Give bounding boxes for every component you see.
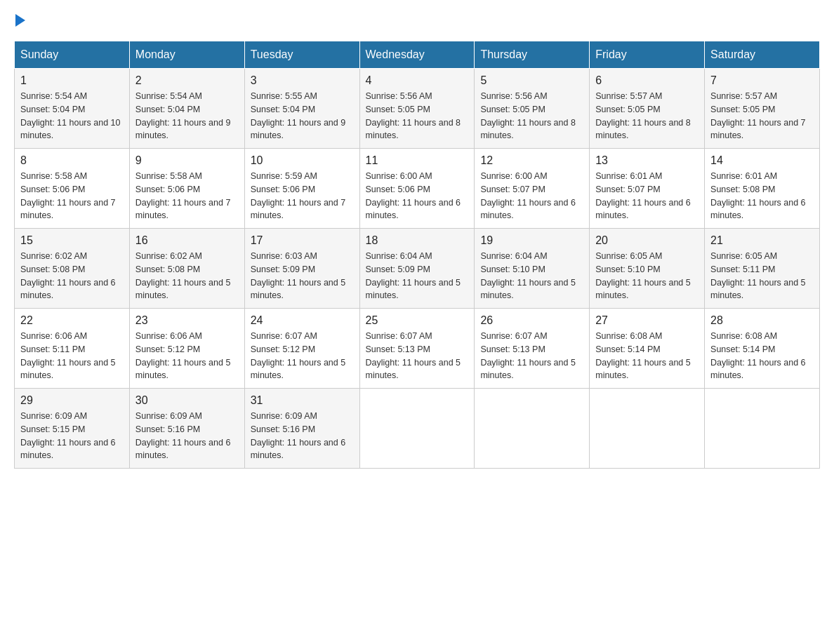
- day-number: 22: [20, 314, 124, 327]
- calendar-day-cell: 3Sunrise: 5:55 AMSunset: 5:04 PMDaylight…: [244, 69, 359, 149]
- day-info: Sunrise: 5:59 AMSunset: 5:06 PMDaylight:…: [251, 170, 354, 222]
- logo: [14, 14, 25, 27]
- calendar-day-cell: [475, 389, 590, 469]
- calendar-day-cell: 20Sunrise: 6:05 AMSunset: 5:10 PMDayligh…: [590, 229, 705, 309]
- calendar-day-cell: 23Sunrise: 6:06 AMSunset: 5:12 PMDayligh…: [129, 309, 244, 389]
- calendar-day-cell: 19Sunrise: 6:04 AMSunset: 5:10 PMDayligh…: [475, 229, 590, 309]
- calendar-day-cell: 25Sunrise: 6:07 AMSunset: 5:13 PMDayligh…: [359, 309, 475, 389]
- calendar-day-cell: [590, 389, 705, 469]
- calendar-day-cell: 14Sunrise: 6:01 AMSunset: 5:08 PMDayligh…: [705, 149, 820, 229]
- day-info: Sunrise: 6:06 AMSunset: 5:12 PMDaylight:…: [135, 330, 239, 382]
- calendar-day-cell: 30Sunrise: 6:09 AMSunset: 5:16 PMDayligh…: [129, 389, 244, 469]
- day-info: Sunrise: 6:07 AMSunset: 5:13 PMDaylight:…: [480, 330, 583, 382]
- calendar-day-cell: 27Sunrise: 6:08 AMSunset: 5:14 PMDayligh…: [590, 309, 705, 389]
- calendar-day-cell: 22Sunrise: 6:06 AMSunset: 5:11 PMDayligh…: [15, 309, 130, 389]
- day-info: Sunrise: 6:06 AMSunset: 5:11 PMDaylight:…: [20, 330, 124, 382]
- day-number: 31: [251, 394, 354, 407]
- calendar-day-cell: 2Sunrise: 5:54 AMSunset: 5:04 PMDaylight…: [129, 69, 244, 149]
- calendar-day-cell: 7Sunrise: 5:57 AMSunset: 5:05 PMDaylight…: [705, 69, 820, 149]
- day-info: Sunrise: 6:00 AMSunset: 5:06 PMDaylight:…: [366, 170, 469, 222]
- calendar-day-cell: 17Sunrise: 6:03 AMSunset: 5:09 PMDayligh…: [244, 229, 359, 309]
- calendar-day-cell: 12Sunrise: 6:00 AMSunset: 5:07 PMDayligh…: [475, 149, 590, 229]
- calendar-week-row: 29Sunrise: 6:09 AMSunset: 5:15 PMDayligh…: [15, 389, 820, 469]
- day-of-week-header: Sunday: [15, 41, 130, 69]
- day-info: Sunrise: 5:55 AMSunset: 5:04 PMDaylight:…: [251, 90, 354, 142]
- calendar-day-cell: 24Sunrise: 6:07 AMSunset: 5:12 PMDayligh…: [244, 309, 359, 389]
- day-number: 18: [366, 234, 469, 247]
- day-of-week-header: Saturday: [705, 41, 820, 69]
- day-of-week-header: Monday: [129, 41, 244, 69]
- day-of-week-header: Friday: [590, 41, 705, 69]
- calendar-day-cell: 13Sunrise: 6:01 AMSunset: 5:07 PMDayligh…: [590, 149, 705, 229]
- day-info: Sunrise: 5:57 AMSunset: 5:05 PMDaylight:…: [595, 90, 699, 142]
- day-info: Sunrise: 6:09 AMSunset: 5:16 PMDaylight:…: [251, 410, 354, 462]
- calendar-day-cell: 4Sunrise: 5:56 AMSunset: 5:05 PMDaylight…: [359, 69, 475, 149]
- day-info: Sunrise: 6:03 AMSunset: 5:09 PMDaylight:…: [251, 250, 354, 302]
- day-number: 10: [251, 154, 354, 167]
- day-number: 2: [135, 74, 239, 87]
- day-info: Sunrise: 6:00 AMSunset: 5:07 PMDaylight:…: [480, 170, 583, 222]
- day-number: 16: [135, 234, 239, 247]
- day-number: 6: [595, 74, 699, 87]
- logo-arrow-icon: [15, 14, 25, 27]
- day-info: Sunrise: 6:07 AMSunset: 5:13 PMDaylight:…: [366, 330, 469, 382]
- day-info: Sunrise: 5:58 AMSunset: 5:06 PMDaylight:…: [20, 170, 124, 222]
- day-info: Sunrise: 5:54 AMSunset: 5:04 PMDaylight:…: [135, 90, 239, 142]
- day-number: 26: [480, 314, 583, 327]
- day-of-week-header: Wednesday: [359, 41, 475, 69]
- day-info: Sunrise: 6:02 AMSunset: 5:08 PMDaylight:…: [20, 250, 124, 302]
- day-info: Sunrise: 5:56 AMSunset: 5:05 PMDaylight:…: [480, 90, 583, 142]
- day-of-week-header: Thursday: [475, 41, 590, 69]
- calendar-day-cell: [705, 389, 820, 469]
- calendar-day-cell: [359, 389, 475, 469]
- calendar-week-row: 15Sunrise: 6:02 AMSunset: 5:08 PMDayligh…: [15, 229, 820, 309]
- day-number: 23: [135, 314, 239, 327]
- day-info: Sunrise: 6:02 AMSunset: 5:08 PMDaylight:…: [135, 250, 239, 302]
- calendar-day-cell: 5Sunrise: 5:56 AMSunset: 5:05 PMDaylight…: [475, 69, 590, 149]
- day-info: Sunrise: 5:54 AMSunset: 5:04 PMDaylight:…: [20, 90, 124, 142]
- day-number: 20: [595, 234, 699, 247]
- day-info: Sunrise: 6:08 AMSunset: 5:14 PMDaylight:…: [710, 330, 814, 382]
- calendar-day-cell: 26Sunrise: 6:07 AMSunset: 5:13 PMDayligh…: [475, 309, 590, 389]
- day-number: 5: [480, 74, 583, 87]
- calendar-day-cell: 18Sunrise: 6:04 AMSunset: 5:09 PMDayligh…: [359, 229, 475, 309]
- day-info: Sunrise: 6:01 AMSunset: 5:08 PMDaylight:…: [710, 170, 814, 222]
- day-number: 4: [366, 74, 469, 87]
- day-of-week-header: Tuesday: [244, 41, 359, 69]
- day-number: 19: [480, 234, 583, 247]
- calendar-day-cell: 21Sunrise: 6:05 AMSunset: 5:11 PMDayligh…: [705, 229, 820, 309]
- calendar-header-row: SundayMondayTuesdayWednesdayThursdayFrid…: [15, 41, 820, 69]
- day-number: 9: [135, 154, 239, 167]
- day-info: Sunrise: 6:09 AMSunset: 5:16 PMDaylight:…: [135, 410, 239, 462]
- day-number: 25: [366, 314, 469, 327]
- day-info: Sunrise: 6:05 AMSunset: 5:11 PMDaylight:…: [710, 250, 814, 302]
- calendar-day-cell: 31Sunrise: 6:09 AMSunset: 5:16 PMDayligh…: [244, 389, 359, 469]
- calendar-day-cell: 29Sunrise: 6:09 AMSunset: 5:15 PMDayligh…: [15, 389, 130, 469]
- calendar-week-row: 1Sunrise: 5:54 AMSunset: 5:04 PMDaylight…: [15, 69, 820, 149]
- calendar-day-cell: 8Sunrise: 5:58 AMSunset: 5:06 PMDaylight…: [15, 149, 130, 229]
- day-number: 13: [595, 154, 699, 167]
- calendar-day-cell: 1Sunrise: 5:54 AMSunset: 5:04 PMDaylight…: [15, 69, 130, 149]
- day-number: 14: [710, 154, 814, 167]
- day-number: 15: [20, 234, 124, 247]
- calendar-day-cell: 9Sunrise: 5:58 AMSunset: 5:06 PMDaylight…: [129, 149, 244, 229]
- day-number: 29: [20, 394, 124, 407]
- day-number: 27: [595, 314, 699, 327]
- day-number: 7: [710, 74, 814, 87]
- day-info: Sunrise: 6:04 AMSunset: 5:10 PMDaylight:…: [480, 250, 583, 302]
- day-number: 21: [710, 234, 814, 247]
- calendar-day-cell: 16Sunrise: 6:02 AMSunset: 5:08 PMDayligh…: [129, 229, 244, 309]
- day-info: Sunrise: 5:57 AMSunset: 5:05 PMDaylight:…: [710, 90, 814, 142]
- calendar-table: SundayMondayTuesdayWednesdayThursdayFrid…: [14, 41, 820, 469]
- page-header: [14, 14, 820, 27]
- day-info: Sunrise: 5:56 AMSunset: 5:05 PMDaylight:…: [366, 90, 469, 142]
- calendar-day-cell: 6Sunrise: 5:57 AMSunset: 5:05 PMDaylight…: [590, 69, 705, 149]
- day-info: Sunrise: 6:04 AMSunset: 5:09 PMDaylight:…: [366, 250, 469, 302]
- calendar-day-cell: 15Sunrise: 6:02 AMSunset: 5:08 PMDayligh…: [15, 229, 130, 309]
- day-number: 11: [366, 154, 469, 167]
- day-info: Sunrise: 6:09 AMSunset: 5:15 PMDaylight:…: [20, 410, 124, 462]
- day-info: Sunrise: 5:58 AMSunset: 5:06 PMDaylight:…: [135, 170, 239, 222]
- day-info: Sunrise: 6:08 AMSunset: 5:14 PMDaylight:…: [595, 330, 699, 382]
- day-number: 28: [710, 314, 814, 327]
- day-number: 8: [20, 154, 124, 167]
